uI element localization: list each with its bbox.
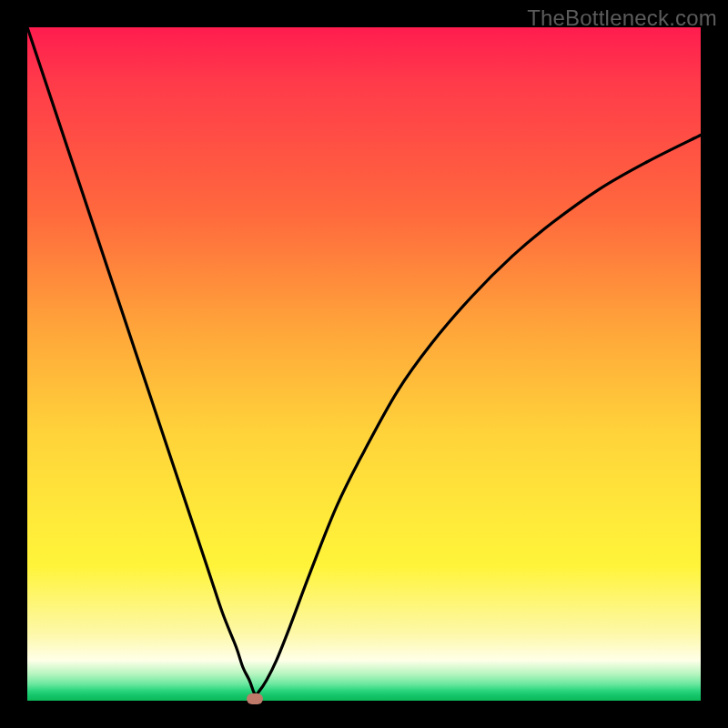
bottleneck-curve	[27, 27, 701, 701]
optimum-marker	[247, 693, 263, 704]
chart-frame: TheBottleneck.com	[0, 0, 728, 728]
watermark-text: TheBottleneck.com	[527, 5, 717, 31]
